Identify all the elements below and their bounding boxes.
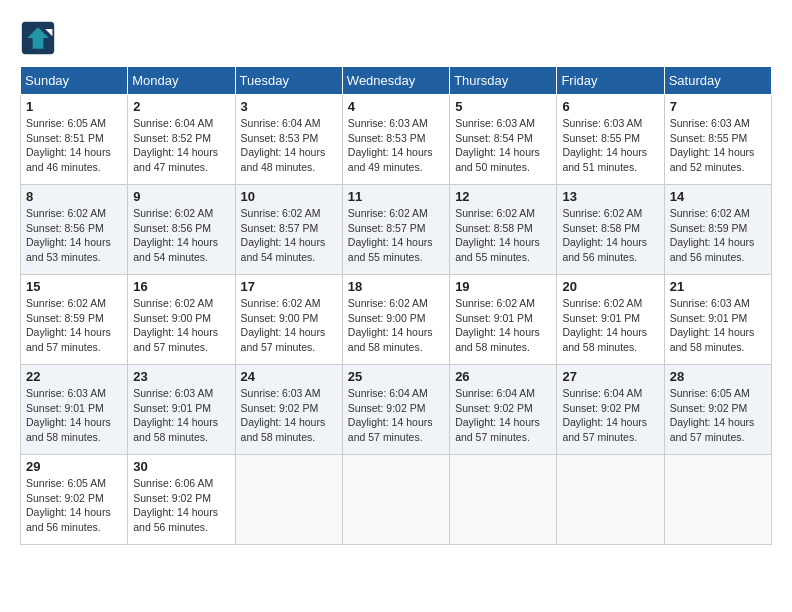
calendar-week-row: 1 Sunrise: 6:05 AM Sunset: 8:51 PM Dayli… [21, 95, 772, 185]
calendar-day-cell: 7 Sunrise: 6:03 AM Sunset: 8:55 PM Dayli… [664, 95, 771, 185]
day-info: Sunrise: 6:03 AM Sunset: 8:55 PM Dayligh… [562, 116, 658, 175]
day-info: Sunrise: 6:04 AM Sunset: 9:02 PM Dayligh… [562, 386, 658, 445]
day-number: 8 [26, 189, 122, 204]
sunrise-text: Sunrise: 6:02 AM [562, 296, 658, 311]
calendar-week-row: 22 Sunrise: 6:03 AM Sunset: 9:01 PM Dayl… [21, 365, 772, 455]
day-info: Sunrise: 6:02 AM Sunset: 9:00 PM Dayligh… [348, 296, 444, 355]
weekday-header-cell: Thursday [450, 67, 557, 95]
calendar-day-cell: 15 Sunrise: 6:02 AM Sunset: 8:59 PM Dayl… [21, 275, 128, 365]
sunrise-text: Sunrise: 6:05 AM [26, 116, 122, 131]
sunset-text: Sunset: 8:55 PM [670, 131, 766, 146]
daylight-text: Daylight: 14 hours and 53 minutes. [26, 235, 122, 264]
calendar-table: SundayMondayTuesdayWednesdayThursdayFrid… [20, 66, 772, 545]
day-number: 24 [241, 369, 337, 384]
calendar-day-cell: 27 Sunrise: 6:04 AM Sunset: 9:02 PM Dayl… [557, 365, 664, 455]
calendar-day-cell: 13 Sunrise: 6:02 AM Sunset: 8:58 PM Dayl… [557, 185, 664, 275]
calendar-day-cell: 25 Sunrise: 6:04 AM Sunset: 9:02 PM Dayl… [342, 365, 449, 455]
calendar-day-cell: 2 Sunrise: 6:04 AM Sunset: 8:52 PM Dayli… [128, 95, 235, 185]
day-number: 14 [670, 189, 766, 204]
calendar-day-cell: 16 Sunrise: 6:02 AM Sunset: 9:00 PM Dayl… [128, 275, 235, 365]
sunset-text: Sunset: 9:01 PM [133, 401, 229, 416]
daylight-text: Daylight: 14 hours and 57 minutes. [241, 325, 337, 354]
day-number: 7 [670, 99, 766, 114]
sunset-text: Sunset: 8:53 PM [241, 131, 337, 146]
day-number: 13 [562, 189, 658, 204]
day-info: Sunrise: 6:03 AM Sunset: 8:55 PM Dayligh… [670, 116, 766, 175]
calendar-day-cell: 1 Sunrise: 6:05 AM Sunset: 8:51 PM Dayli… [21, 95, 128, 185]
daylight-text: Daylight: 14 hours and 58 minutes. [455, 325, 551, 354]
daylight-text: Daylight: 14 hours and 54 minutes. [241, 235, 337, 264]
day-info: Sunrise: 6:03 AM Sunset: 8:54 PM Dayligh… [455, 116, 551, 175]
sunset-text: Sunset: 8:58 PM [455, 221, 551, 236]
calendar-day-cell [557, 455, 664, 545]
day-info: Sunrise: 6:02 AM Sunset: 9:00 PM Dayligh… [133, 296, 229, 355]
daylight-text: Daylight: 14 hours and 58 minutes. [670, 325, 766, 354]
day-number: 10 [241, 189, 337, 204]
sunset-text: Sunset: 8:56 PM [133, 221, 229, 236]
sunset-text: Sunset: 9:01 PM [455, 311, 551, 326]
day-number: 16 [133, 279, 229, 294]
daylight-text: Daylight: 14 hours and 46 minutes. [26, 145, 122, 174]
calendar-day-cell: 10 Sunrise: 6:02 AM Sunset: 8:57 PM Dayl… [235, 185, 342, 275]
sunset-text: Sunset: 8:57 PM [241, 221, 337, 236]
calendar-week-row: 8 Sunrise: 6:02 AM Sunset: 8:56 PM Dayli… [21, 185, 772, 275]
day-number: 20 [562, 279, 658, 294]
day-number: 19 [455, 279, 551, 294]
sunset-text: Sunset: 9:02 PM [455, 401, 551, 416]
daylight-text: Daylight: 14 hours and 54 minutes. [133, 235, 229, 264]
logo-icon [20, 20, 56, 56]
sunrise-text: Sunrise: 6:02 AM [133, 206, 229, 221]
sunrise-text: Sunrise: 6:05 AM [26, 476, 122, 491]
weekday-header-cell: Tuesday [235, 67, 342, 95]
sunset-text: Sunset: 8:59 PM [26, 311, 122, 326]
day-info: Sunrise: 6:05 AM Sunset: 9:02 PM Dayligh… [670, 386, 766, 445]
day-info: Sunrise: 6:02 AM Sunset: 8:58 PM Dayligh… [455, 206, 551, 265]
day-number: 3 [241, 99, 337, 114]
calendar-day-cell: 5 Sunrise: 6:03 AM Sunset: 8:54 PM Dayli… [450, 95, 557, 185]
day-number: 30 [133, 459, 229, 474]
calendar-day-cell: 4 Sunrise: 6:03 AM Sunset: 8:53 PM Dayli… [342, 95, 449, 185]
daylight-text: Daylight: 14 hours and 58 minutes. [241, 415, 337, 444]
day-info: Sunrise: 6:05 AM Sunset: 9:02 PM Dayligh… [26, 476, 122, 535]
day-number: 29 [26, 459, 122, 474]
sunrise-text: Sunrise: 6:03 AM [670, 116, 766, 131]
weekday-header-cell: Friday [557, 67, 664, 95]
calendar-day-cell: 9 Sunrise: 6:02 AM Sunset: 8:56 PM Dayli… [128, 185, 235, 275]
calendar-day-cell: 24 Sunrise: 6:03 AM Sunset: 9:02 PM Dayl… [235, 365, 342, 455]
sunrise-text: Sunrise: 6:02 AM [241, 296, 337, 311]
sunset-text: Sunset: 8:59 PM [670, 221, 766, 236]
day-info: Sunrise: 6:02 AM Sunset: 8:56 PM Dayligh… [26, 206, 122, 265]
day-info: Sunrise: 6:03 AM Sunset: 9:01 PM Dayligh… [670, 296, 766, 355]
day-info: Sunrise: 6:03 AM Sunset: 9:01 PM Dayligh… [26, 386, 122, 445]
sunrise-text: Sunrise: 6:02 AM [133, 296, 229, 311]
day-info: Sunrise: 6:02 AM Sunset: 9:00 PM Dayligh… [241, 296, 337, 355]
day-number: 22 [26, 369, 122, 384]
daylight-text: Daylight: 14 hours and 51 minutes. [562, 145, 658, 174]
daylight-text: Daylight: 14 hours and 57 minutes. [455, 415, 551, 444]
day-number: 23 [133, 369, 229, 384]
day-info: Sunrise: 6:02 AM Sunset: 9:01 PM Dayligh… [562, 296, 658, 355]
day-info: Sunrise: 6:02 AM Sunset: 8:57 PM Dayligh… [348, 206, 444, 265]
daylight-text: Daylight: 14 hours and 56 minutes. [26, 505, 122, 534]
daylight-text: Daylight: 14 hours and 56 minutes. [670, 235, 766, 264]
daylight-text: Daylight: 14 hours and 58 minutes. [26, 415, 122, 444]
weekday-header-cell: Sunday [21, 67, 128, 95]
weekday-header-cell: Monday [128, 67, 235, 95]
day-number: 5 [455, 99, 551, 114]
sunrise-text: Sunrise: 6:04 AM [348, 386, 444, 401]
calendar-day-cell [664, 455, 771, 545]
calendar-week-row: 15 Sunrise: 6:02 AM Sunset: 8:59 PM Dayl… [21, 275, 772, 365]
sunrise-text: Sunrise: 6:02 AM [455, 296, 551, 311]
sunrise-text: Sunrise: 6:02 AM [348, 296, 444, 311]
daylight-text: Daylight: 14 hours and 57 minutes. [26, 325, 122, 354]
sunrise-text: Sunrise: 6:03 AM [26, 386, 122, 401]
day-number: 17 [241, 279, 337, 294]
calendar-day-cell [450, 455, 557, 545]
calendar-day-cell: 22 Sunrise: 6:03 AM Sunset: 9:01 PM Dayl… [21, 365, 128, 455]
daylight-text: Daylight: 14 hours and 55 minutes. [455, 235, 551, 264]
sunset-text: Sunset: 9:00 PM [348, 311, 444, 326]
day-number: 18 [348, 279, 444, 294]
sunrise-text: Sunrise: 6:03 AM [348, 116, 444, 131]
calendar-day-cell: 19 Sunrise: 6:02 AM Sunset: 9:01 PM Dayl… [450, 275, 557, 365]
sunrise-text: Sunrise: 6:02 AM [562, 206, 658, 221]
